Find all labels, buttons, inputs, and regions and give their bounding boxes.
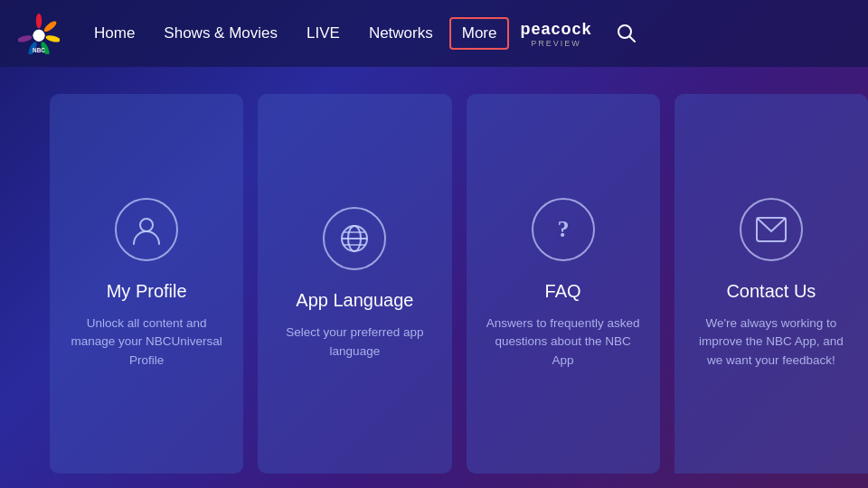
profile-description: Unlock all content and manage your NBCUn… [68, 314, 225, 370]
nav-links: Home Shows & Movies LIVE Networks More p… [81, 17, 850, 50]
search-button[interactable] [612, 19, 641, 48]
card-faq[interactable]: ? FAQ Answers to frequently asked questi… [467, 94, 660, 474]
contact-title: Contact Us [726, 281, 816, 302]
svg-text:?: ? [557, 216, 569, 242]
peacock-logo[interactable]: peacock Preview [520, 20, 591, 48]
nav-home[interactable]: Home [81, 17, 147, 50]
svg-text:NBC: NBC [33, 47, 45, 53]
language-description: Select your preferred app language [276, 324, 433, 361]
peacock-label: peacock [520, 20, 591, 39]
svg-point-1 [36, 14, 42, 29]
globe-icon [323, 207, 386, 270]
nav-shows-movies[interactable]: Shows & Movies [151, 17, 290, 50]
nbc-logo-icon[interactable]: NBC [18, 13, 60, 54]
peacock-sub: Preview [531, 39, 581, 48]
faq-title: FAQ [545, 281, 581, 302]
svg-line-10 [629, 37, 635, 42]
svg-point-7 [33, 30, 45, 42]
svg-point-3 [45, 34, 60, 43]
envelope-icon [740, 198, 803, 261]
card-my-profile[interactable]: My Profile Unlock all content and manage… [50, 94, 243, 474]
profile-title: My Profile [107, 281, 187, 302]
svg-point-11 [140, 219, 153, 231]
svg-point-6 [18, 34, 33, 43]
faq-description: Answers to frequently asked questions ab… [485, 314, 642, 370]
language-title: App Language [296, 290, 413, 311]
faq-icon: ? [532, 198, 595, 261]
navbar: NBC Home Shows & Movies LIVE Networks Mo… [0, 0, 868, 67]
nav-networks[interactable]: Networks [356, 17, 446, 50]
nav-more[interactable]: More [449, 17, 510, 50]
card-app-language[interactable]: App Language Select your preferred app l… [258, 94, 451, 474]
card-contact-us[interactable]: Contact Us We're always working to impro… [675, 94, 868, 474]
contact-description: We're always working to improve the NBC … [693, 314, 850, 370]
profile-icon [115, 198, 178, 261]
svg-point-2 [42, 20, 58, 33]
main-content: My Profile Unlock all content and manage… [0, 67, 868, 488]
nav-live[interactable]: LIVE [294, 17, 353, 50]
